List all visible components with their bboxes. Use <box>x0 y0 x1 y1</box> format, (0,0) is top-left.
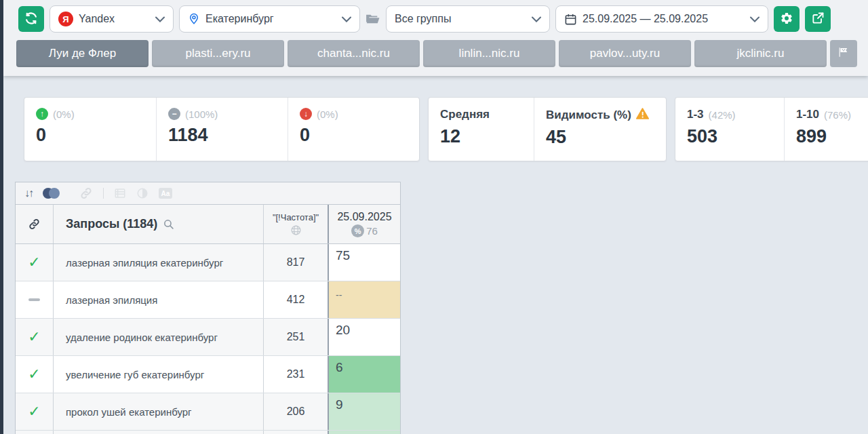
row-status[interactable]: ✓ <box>16 356 54 393</box>
percent-icon: % <box>351 224 364 237</box>
frequency-cell: 412 <box>264 281 328 318</box>
table-row[interactable]: лазерная эпиляция 412 -- <box>16 281 400 319</box>
frequency-column-header[interactable]: "[!Частота]" <box>264 205 328 243</box>
project-tab-active[interactable]: Луи де Флер <box>16 40 149 67</box>
movement-card: ↑ (0%) 0 − (100%) 1184 ↓ (0%) 0 <box>24 97 420 161</box>
stat-visibility: Видимость (%) 45 <box>534 98 666 161</box>
table-toolbar: ↓↑ Aa <box>16 182 400 205</box>
project-tab[interactable]: linlin...nic.ru <box>423 40 555 67</box>
sidebar-edge <box>0 0 3 434</box>
list-view-icon[interactable] <box>114 187 126 199</box>
query-cell[interactable]: лазерная эпиляция екатеринбург <box>54 244 264 281</box>
top-positions-card: 1-3 (42%) 503 1-10 (76%) 899 <box>675 97 868 161</box>
frequency-cell: 231 <box>264 356 328 393</box>
text-case-icon[interactable]: Aa <box>159 188 172 199</box>
date-visibility-value: 76 <box>366 225 378 237</box>
position-cell[interactable]: 9 <box>328 393 400 430</box>
query-cell[interactable]: удаление родинок екатеринбург <box>54 319 264 355</box>
toolbar-row: Я Yandex Екатеринбург Все группы 25.09.2… <box>3 0 868 33</box>
stat-same: − (100%) 1184 <box>156 98 288 161</box>
positions-table: ↓↑ Aa Запросы (1184) <box>15 182 401 434</box>
search-icon[interactable] <box>163 218 174 230</box>
frequency-cell: 251 <box>264 319 328 355</box>
top10-value: 899 <box>796 126 868 147</box>
frequency-cell: 817 <box>264 244 328 281</box>
position-cell[interactable]: 75 <box>328 244 400 281</box>
query-cell[interactable]: лазерная эпиляция <box>54 281 264 318</box>
position-cell[interactable]: 20 <box>328 319 400 355</box>
top10-label: 1-10 <box>796 108 819 121</box>
flag-tab-button[interactable] <box>830 40 857 67</box>
check-icon: ✓ <box>28 403 40 420</box>
search-engine-select[interactable]: Я Yandex <box>50 5 174 33</box>
contrast-icon[interactable] <box>136 187 149 199</box>
arrow-down-circle-icon: ↓ <box>300 108 312 120</box>
chain-icon <box>28 218 41 231</box>
project-tab[interactable]: pavlov...uty.ru <box>559 40 691 67</box>
date-header-label: 25.09.2025 <box>337 211 391 223</box>
chevron-down-icon <box>155 16 165 22</box>
compare-circles-icon[interactable] <box>43 188 60 199</box>
row-status[interactable]: ✓ <box>16 393 54 430</box>
settings-button[interactable] <box>774 6 800 32</box>
link-icon[interactable] <box>79 186 93 200</box>
table-row[interactable]: ✓ прокол ушей екатеринбург 206 9 <box>16 393 400 431</box>
queries-column-header[interactable]: Запросы (1184) <box>54 205 264 243</box>
refresh-icon <box>24 11 39 28</box>
top3-label: 1-3 <box>687 108 704 121</box>
frequency-header-label: "[!Частота]" <box>273 212 319 222</box>
query-cell[interactable]: увеличение губ екатеринбург <box>54 356 264 393</box>
check-icon: ✓ <box>28 366 40 383</box>
arrow-up-circle-icon: ↑ <box>36 108 48 120</box>
project-tab[interactable]: jkclinic.ru <box>694 40 827 67</box>
table-row[interactable]: ✓ увеличение губ екатеринбург 231 6 <box>16 356 400 393</box>
project-tab[interactable]: plasti...ery.ru <box>152 40 284 67</box>
date-column-header[interactable]: 25.09.2025 % 76 <box>328 205 400 243</box>
region-value: Екатеринбург <box>205 13 336 25</box>
sort-icon[interactable]: ↓↑ <box>24 187 33 199</box>
main-content: ↑ (0%) 0 − (100%) 1184 ↓ (0%) 0 <box>3 76 868 434</box>
top3-value: 503 <box>687 126 784 147</box>
location-pin-icon <box>188 12 200 26</box>
chevron-down-icon <box>750 16 760 22</box>
table-row[interactable]: ✓ удаление родинок екатеринбург 251 20 <box>16 319 400 356</box>
visibility-value: 45 <box>546 127 666 148</box>
frequency-cell: 206 <box>264 393 328 430</box>
table-row-partial <box>16 431 400 434</box>
region-select[interactable]: Екатеринбург <box>179 5 360 33</box>
refresh-button[interactable] <box>18 6 44 32</box>
row-status[interactable] <box>16 281 54 318</box>
folder-icon[interactable] <box>366 13 380 25</box>
stat-down: ↓ (0%) 0 <box>288 98 419 161</box>
visibility-label: Видимость (%) <box>546 108 631 122</box>
stat-down-value: 0 <box>300 125 419 146</box>
average-visibility-card: Средняя 12 Видимость (%) 45 <box>428 97 667 161</box>
stat-up-percent: (0%) <box>53 108 75 120</box>
stat-same-percent: (100%) <box>185 108 218 120</box>
stat-same-value: 1184 <box>168 125 288 146</box>
minus-circle-icon: − <box>168 108 180 120</box>
row-status[interactable]: ✓ <box>16 244 54 281</box>
top3-percent: (42%) <box>709 109 736 121</box>
stat-average: Средняя 12 <box>429 98 534 161</box>
average-label: Средняя <box>440 108 534 121</box>
stat-top3: 1-3 (42%) 503 <box>675 98 784 161</box>
top10-percent: (76%) <box>824 109 851 121</box>
date-range-select[interactable]: 25.09.2025 — 25.09.2025 <box>555 5 768 33</box>
stat-up-value: 0 <box>36 125 156 146</box>
date-range-value: 25.09.2025 — 25.09.2025 <box>583 13 745 25</box>
table-row[interactable]: ✓ лазерная эпиляция екатеринбург 817 75 <box>16 244 400 281</box>
groups-select[interactable]: Все группы <box>386 5 550 33</box>
globe-icon <box>290 224 302 236</box>
warning-icon[interactable] <box>636 108 649 122</box>
check-icon: ✓ <box>28 328 40 346</box>
row-status[interactable]: ✓ <box>16 319 54 355</box>
export-button[interactable] <box>805 6 831 32</box>
position-cell[interactable]: -- <box>328 281 400 318</box>
link-column-header[interactable] <box>16 205 54 243</box>
position-cell[interactable]: 6 <box>328 356 400 393</box>
topbar: Я Yandex Екатеринбург Все группы 25.09.2… <box>3 0 868 76</box>
query-cell[interactable]: прокол ушей екатеринбург <box>54 393 264 430</box>
project-tab[interactable]: chanta...nic.ru <box>288 40 420 67</box>
check-icon: ✓ <box>28 254 40 271</box>
